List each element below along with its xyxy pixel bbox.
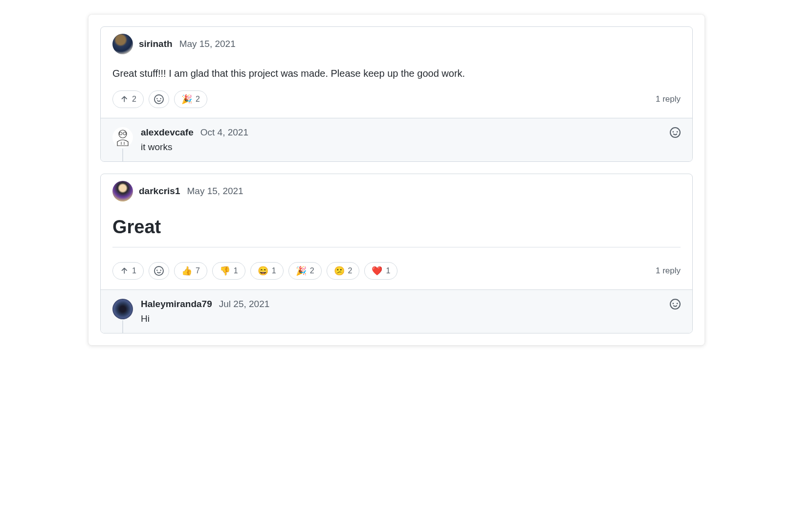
reactions-bar: 1 👍 7 👎 1 😄 1 — [112, 262, 397, 280]
reply-text: Hi — [141, 313, 662, 324]
reply-text: it works — [141, 142, 662, 153]
discussion-heading: Great — [112, 213, 681, 247]
reply-count: 1 reply — [656, 266, 681, 276]
reaction-count: 1 — [386, 266, 390, 275]
svg-point-2 — [123, 132, 126, 135]
avatar[interactable] — [112, 127, 133, 148]
reply-content: Haleymiranda79 Jul 25, 2021 Hi — [141, 299, 662, 324]
add-reaction-button[interactable] — [670, 127, 681, 153]
reaction-count: 1 — [272, 266, 276, 275]
reactions-bar: 2 🎉 2 — [112, 90, 207, 108]
avatar-illustration-icon — [112, 127, 133, 148]
discussion-footer: 2 🎉 2 1 reply — [101, 86, 692, 118]
avatar[interactable] — [112, 299, 133, 319]
reaction-count: 2 — [310, 266, 314, 275]
avatar[interactable] — [112, 34, 133, 54]
discussion-card: sirinath May 15, 2021 Great stuff!!! I a… — [100, 26, 693, 162]
timestamp-link[interactable]: Oct 4, 2021 — [200, 127, 248, 138]
add-reaction-button[interactable] — [149, 90, 169, 108]
upvote-button[interactable]: 2 — [112, 90, 144, 108]
add-reaction-button[interactable] — [670, 299, 681, 324]
upvote-count: 1 — [132, 266, 136, 275]
username-link[interactable]: darkcris1 — [139, 186, 180, 197]
discussion-header: darkcris1 May 15, 2021 — [101, 174, 692, 201]
discussions-container: sirinath May 15, 2021 Great stuff!!! I a… — [88, 15, 705, 345]
reply-item: alexdevcafe Oct 4, 2021 it works — [101, 118, 692, 161]
reaction-laugh-button[interactable]: 😄 1 — [250, 262, 284, 280]
svg-point-1 — [119, 132, 122, 135]
smile-icon — [670, 299, 681, 310]
timestamp-link[interactable]: May 15, 2021 — [179, 39, 236, 49]
username-link[interactable]: sirinath — [139, 39, 173, 49]
thumbsup-icon: 👍 — [181, 266, 192, 275]
reply-header: Haleymiranda79 Jul 25, 2021 — [141, 299, 662, 310]
reply-content: alexdevcafe Oct 4, 2021 it works — [141, 127, 662, 153]
smile-icon — [670, 127, 681, 138]
header-text: darkcris1 May 15, 2021 — [139, 186, 243, 197]
discussion-footer: 1 👍 7 👎 1 😄 1 — [101, 257, 692, 289]
reaction-heart-button[interactable]: ❤️ 1 — [364, 262, 397, 280]
reaction-tada-button[interactable]: 🎉 2 — [288, 262, 322, 280]
smile-icon — [154, 94, 164, 104]
add-reaction-button[interactable] — [149, 262, 169, 280]
reaction-confused-button[interactable]: 😕 2 — [327, 262, 360, 280]
username-link[interactable]: Haleymiranda79 — [141, 299, 212, 310]
smile-icon — [154, 266, 164, 276]
timestamp-link[interactable]: Jul 25, 2021 — [219, 299, 270, 310]
tada-icon: 🎉 — [181, 95, 192, 104]
header-text: sirinath May 15, 2021 — [139, 39, 236, 49]
timestamp-link[interactable]: May 15, 2021 — [187, 186, 243, 197]
laugh-icon: 😄 — [258, 266, 268, 275]
reply-item: Haleymiranda79 Jul 25, 2021 Hi — [101, 289, 692, 333]
confused-icon: 😕 — [334, 266, 345, 275]
username-link[interactable]: alexdevcafe — [141, 127, 194, 138]
arrow-up-icon — [120, 266, 129, 275]
heart-icon: ❤️ — [372, 266, 382, 275]
reaction-count: 7 — [196, 266, 200, 275]
upvote-button[interactable]: 1 — [112, 262, 144, 280]
discussion-text: Great stuff!!! I am glad that this proje… — [112, 68, 465, 79]
discussion-body: Great stuff!!! I am glad that this proje… — [101, 54, 692, 86]
reaction-thumbsdown-button[interactable]: 👎 1 — [212, 262, 245, 280]
discussion-card: darkcris1 May 15, 2021 Great 1 — [100, 174, 693, 333]
discussion-body: Great — [101, 201, 692, 257]
svg-point-0 — [119, 130, 127, 138]
reaction-thumbsup-button[interactable]: 👍 7 — [174, 262, 207, 280]
reaction-tada-button[interactable]: 🎉 2 — [174, 90, 207, 108]
reaction-count: 1 — [234, 266, 238, 275]
avatar[interactable] — [112, 181, 133, 201]
reply-header: alexdevcafe Oct 4, 2021 — [141, 127, 662, 138]
arrow-up-icon — [120, 95, 129, 104]
thumbsdown-icon: 👎 — [220, 266, 230, 275]
reaction-count: 2 — [196, 95, 200, 104]
reply-count: 1 reply — [656, 94, 681, 104]
reaction-count: 2 — [348, 266, 352, 275]
discussion-header: sirinath May 15, 2021 — [101, 27, 692, 54]
upvote-count: 2 — [132, 95, 136, 104]
tada-icon: 🎉 — [296, 266, 307, 275]
